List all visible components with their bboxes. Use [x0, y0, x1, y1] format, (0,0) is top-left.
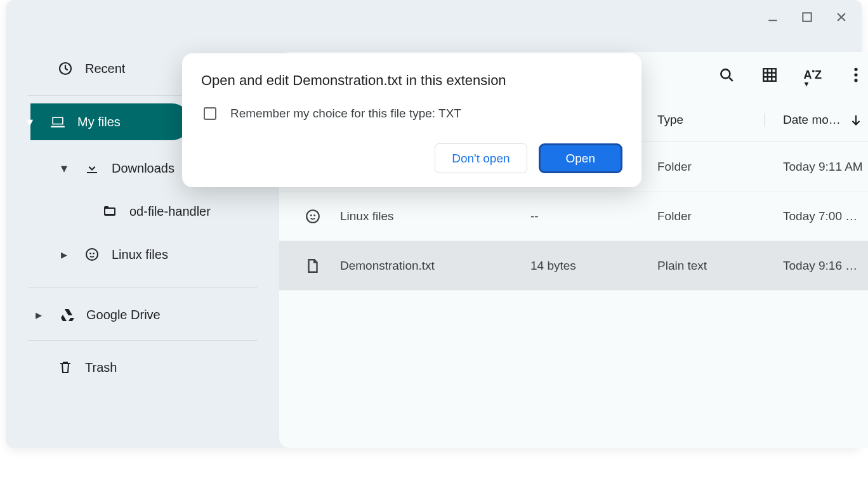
sidebar-label: Downloads — [112, 161, 174, 176]
download-icon — [84, 161, 100, 176]
divider — [28, 287, 258, 288]
minimize-icon[interactable] — [766, 11, 779, 23]
remember-choice-row[interactable]: Remember my choice for this file type: T… — [201, 107, 622, 121]
folder-icon — [102, 204, 118, 219]
divider — [28, 340, 258, 341]
remember-label: Remember my choice for this file type: T… — [230, 107, 461, 121]
cell-size: -- — [530, 209, 657, 223]
svg-point-16 — [313, 214, 315, 216]
col-date[interactable]: Date mo… — [765, 113, 863, 127]
svg-point-13 — [854, 79, 857, 82]
cell-name: Linux files — [340, 209, 530, 223]
arrow-down-icon — [849, 113, 863, 127]
sidebar-item-folder[interactable]: od-file-handler — [6, 192, 264, 230]
col-type[interactable]: Type — [657, 113, 765, 127]
svg-point-11 — [854, 68, 857, 71]
svg-point-14 — [306, 210, 319, 223]
svg-point-9 — [721, 69, 730, 78]
cell-size: 14 bytes — [530, 259, 657, 273]
more-icon[interactable] — [846, 65, 865, 84]
laptop-icon — [49, 114, 66, 130]
maximize-icon[interactable] — [801, 11, 813, 23]
sidebar-label: od-file-handler — [129, 204, 211, 219]
sidebar-item-myfiles[interactable]: ▾ My files — [30, 103, 190, 140]
dialog-actions: Don't open Open — [201, 143, 622, 173]
clock-icon — [57, 61, 74, 76]
sidebar-label: My files — [77, 115, 121, 129]
svg-point-15 — [310, 214, 312, 216]
svg-point-4 — [86, 249, 98, 260]
window-titlebar — [6, 0, 862, 34]
file-icon — [305, 258, 340, 274]
chevron-right-icon: ▸ — [32, 307, 46, 322]
svg-rect-3 — [53, 118, 62, 124]
cell-date: Today 9:16 … — [765, 259, 863, 273]
svg-rect-1 — [803, 13, 811, 21]
trash-icon — [57, 360, 74, 375]
cell-name: Demonstration.txt — [340, 259, 530, 273]
sidebar-label: Trash — [85, 360, 117, 375]
svg-marker-7 — [65, 309, 72, 315]
search-icon[interactable] — [717, 65, 736, 84]
file-row-selected[interactable]: Demonstration.txt 14 bytes Plain text To… — [279, 241, 868, 291]
file-manager-window: Recent ▾ My files ▾ Downloads — [6, 0, 862, 448]
svg-point-12 — [854, 73, 857, 76]
svg-point-6 — [93, 253, 95, 254]
sidebar-label: Recent — [85, 62, 125, 76]
sort-icon[interactable]: A•Z▾ — [803, 65, 822, 84]
cell-type: Plain text — [657, 259, 765, 273]
linux-icon — [305, 208, 340, 225]
file-row[interactable]: Linux files -- Folder Today 7:00 … — [279, 192, 868, 241]
grid-view-icon[interactable] — [760, 65, 779, 84]
cell-type: Folder — [657, 209, 765, 223]
dialog-title: Open and edit Demonstration.txt in this … — [201, 72, 622, 89]
sidebar-item-gdrive[interactable]: ▸ Google Drive — [6, 296, 264, 334]
dont-open-button[interactable]: Don't open — [435, 143, 527, 173]
svg-rect-0 — [768, 20, 777, 21]
open-button[interactable]: Open — [539, 143, 622, 173]
sidebar-label: Linux files — [112, 247, 168, 262]
cell-date: Today 9:11 AM — [765, 160, 863, 174]
checkbox-icon[interactable] — [204, 107, 216, 120]
gdrive-icon — [58, 307, 75, 322]
cell-type: Folder — [657, 160, 765, 174]
chevron-right-icon: ▸ — [57, 247, 71, 262]
sidebar-item-trash[interactable]: Trash — [6, 348, 264, 386]
open-file-dialog: Open and edit Demonstration.txt in this … — [182, 53, 641, 187]
sidebar-item-linux[interactable]: ▸ Linux files — [6, 235, 264, 273]
cell-date: Today 7:00 … — [765, 209, 863, 223]
sidebar-label: Google Drive — [86, 308, 161, 322]
svg-point-5 — [89, 253, 91, 254]
chevron-down-icon: ▾ — [57, 161, 71, 176]
close-icon[interactable] — [835, 11, 848, 23]
chevron-down-icon: ▾ — [23, 114, 37, 129]
svg-rect-10 — [763, 69, 776, 81]
linux-icon — [84, 247, 100, 262]
